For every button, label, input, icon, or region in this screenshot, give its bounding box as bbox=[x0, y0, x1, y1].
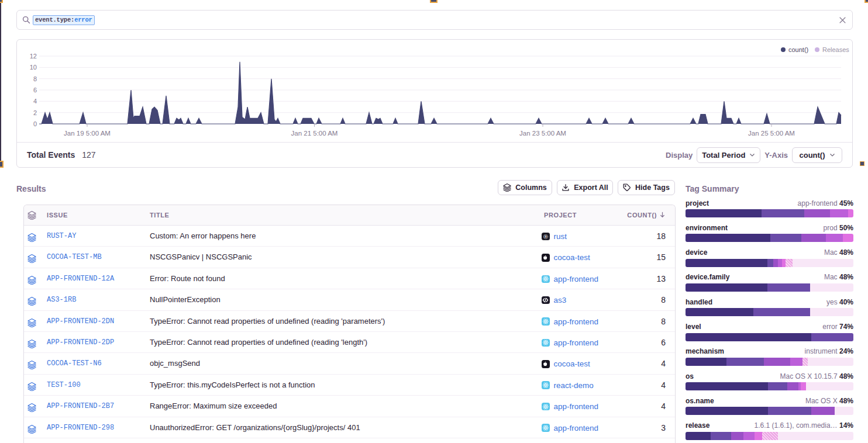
svg-text:Jan 19 5:00 AM: Jan 19 5:00 AM bbox=[64, 130, 111, 137]
svg-text:0: 0 bbox=[33, 120, 37, 127]
svg-text:6: 6 bbox=[33, 86, 37, 94]
svg-text:10: 10 bbox=[30, 64, 37, 71]
svg-text:count(): count() bbox=[788, 46, 808, 53]
svg-text:R: R bbox=[545, 234, 547, 238]
svg-text:Jan 23 5:00 AM: Jan 23 5:00 AM bbox=[519, 130, 566, 137]
svg-text:2: 2 bbox=[33, 109, 37, 116]
svg-text:12: 12 bbox=[30, 53, 37, 60]
svg-text:Jan 21 5:00 AM: Jan 21 5:00 AM bbox=[291, 130, 338, 137]
svg-text:Releases: Releases bbox=[822, 46, 849, 53]
svg-text:4: 4 bbox=[33, 98, 37, 105]
svg-text:8: 8 bbox=[33, 75, 37, 82]
svg-text:Jan 25 5:00 AM: Jan 25 5:00 AM bbox=[748, 130, 795, 137]
